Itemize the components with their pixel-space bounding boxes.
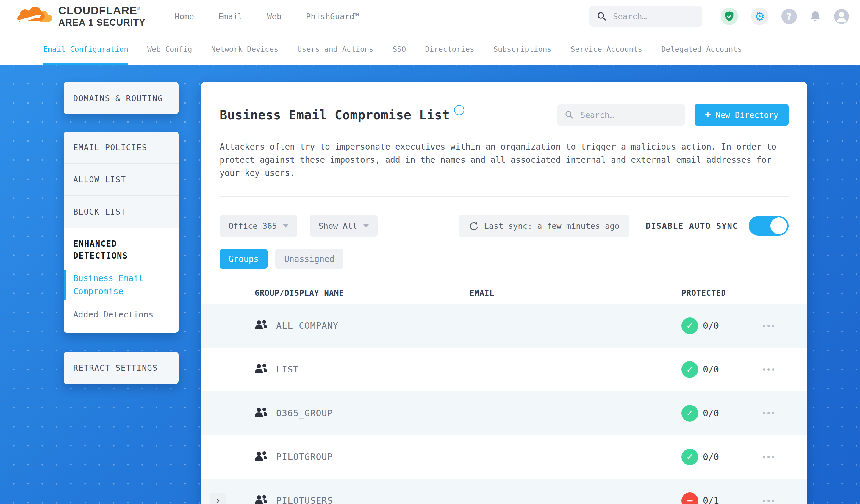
chevron-down-icon xyxy=(283,224,288,228)
sidebar-item-domains-routing[interactable]: DOMAINS & ROUTING xyxy=(64,82,178,114)
business-email-compromise-panel: Business Email Compromise List i Search…… xyxy=(201,82,807,504)
tab-directories[interactable]: Directories xyxy=(425,33,474,66)
global-search-placeholder: Search… xyxy=(613,12,647,21)
cloudflare-logo[interactable]: CLOUDFLARE® AREA 1 SECURITY xyxy=(17,5,145,27)
expand-cell: › xyxy=(210,493,226,504)
group-icon xyxy=(255,451,268,463)
row-menu-button[interactable] xyxy=(760,322,777,330)
tab-web-config[interactable]: Web Config xyxy=(147,33,192,66)
tab-network-devices[interactable]: Network Devices xyxy=(211,33,278,66)
sidebar-item-allow-list[interactable]: ALLOW LIST xyxy=(64,164,178,196)
sidebar-item-added-detections[interactable]: Added Detections xyxy=(64,308,178,321)
header-icon-group: ⚙ ? xyxy=(721,8,849,25)
bell-icon[interactable] xyxy=(810,11,821,22)
column-group-display-name: GROUP/DISPLAY NAME xyxy=(255,289,470,298)
directory-search-input[interactable]: Search… xyxy=(557,104,685,126)
show-filter-dropdown[interactable]: Show All xyxy=(310,215,378,236)
table-row[interactable]: ALL COMPANY ✓ 0/0 xyxy=(201,304,807,347)
table-header-row: GROUP/DISPLAY NAME EMAIL PROTECTED xyxy=(201,282,807,304)
directory-source-dropdown[interactable]: Office 365 xyxy=(220,215,297,236)
auto-sync-toggle[interactable] xyxy=(749,216,789,236)
tab-sso[interactable]: SSO xyxy=(392,33,406,66)
sidebar-item-block-list[interactable]: BLOCK LIST xyxy=(64,196,178,228)
brand-name: CLOUDFLARE xyxy=(58,4,137,17)
last-sync-button[interactable]: Last sync: a few minutes ago xyxy=(459,215,629,237)
sidebar-item-retract-settings[interactable]: RETRACT SETTINGS xyxy=(64,352,178,384)
row-menu-button[interactable] xyxy=(760,365,777,374)
blocked-status-icon: − xyxy=(682,492,698,504)
help-glyph: ? xyxy=(787,11,791,22)
protected-count: 0/0 xyxy=(703,364,719,375)
section-divider xyxy=(220,196,789,197)
protected-count: 0/0 xyxy=(703,408,719,418)
expand-placeholder xyxy=(210,361,226,377)
settings-sidebar: DOMAINS & ROUTING EMAIL POLICIES ALLOW L… xyxy=(64,82,178,384)
protected-status-icon: ✓ xyxy=(682,405,698,421)
row-menu-button[interactable] xyxy=(760,409,777,417)
top-nav-phishguard[interactable]: PhishGuard™ xyxy=(306,12,359,21)
info-icon[interactable]: i xyxy=(454,105,464,115)
tab-email-configuration[interactable]: Email Configuration xyxy=(43,33,128,66)
tab-subscriptions[interactable]: Subscriptions xyxy=(493,33,552,66)
logo-text: CLOUDFLARE® AREA 1 SECURITY xyxy=(58,5,145,27)
gear-icon[interactable]: ⚙ xyxy=(751,8,768,25)
group-name: LIST xyxy=(276,364,470,375)
last-sync-text: Last sync: a few minutes ago xyxy=(484,221,619,231)
sidebar-section-enhanced-detections: ENHANCED DETECTIONS Business Email Compr… xyxy=(64,228,178,333)
protected-status-icon: ✓ xyxy=(682,361,698,378)
group-icon xyxy=(255,407,268,419)
sidebar-item-email-policies[interactable]: EMAIL POLICIES xyxy=(64,131,178,164)
group-name: PILOTGROUP xyxy=(276,452,470,462)
expand-row-button[interactable]: › xyxy=(210,493,226,504)
group-name: O365_GROUP xyxy=(276,408,470,418)
tab-groups[interactable]: Groups xyxy=(220,249,268,269)
top-nav-home[interactable]: Home xyxy=(175,12,194,21)
tab-unassigned[interactable]: Unassigned xyxy=(275,249,343,269)
table-row[interactable]: O365_GROUP ✓ 0/0 xyxy=(201,391,807,435)
chevron-down-icon xyxy=(363,224,369,228)
protected-count: 0/1 xyxy=(703,495,719,504)
cloudflare-cloud-icon xyxy=(17,6,52,26)
table-row[interactable]: LIST ✓ 0/0 xyxy=(201,347,807,391)
sidebar-policies-card: EMAIL POLICIES ALLOW LIST BLOCK LIST ENH… xyxy=(64,131,178,333)
search-icon xyxy=(597,12,606,21)
table-row[interactable]: › PILOTUSERS − 0/1 xyxy=(201,479,807,504)
workspace-background: DOMAINS & ROUTING EMAIL POLICIES ALLOW L… xyxy=(0,66,860,504)
top-nav-email[interactable]: Email xyxy=(218,12,243,21)
top-navigation: Home Email Web PhishGuard™ xyxy=(175,12,359,21)
row-menu-button[interactable] xyxy=(760,496,777,504)
group-name: PILOTUSERS xyxy=(276,495,470,504)
new-directory-label: New Directory xyxy=(716,110,778,120)
sidebar-item-enhanced-detections[interactable]: ENHANCED DETECTIONS xyxy=(64,238,135,262)
tab-delegated-accounts[interactable]: Delegated Accounts xyxy=(661,33,742,66)
help-icon[interactable]: ? xyxy=(782,9,797,24)
top-nav-web[interactable]: Web xyxy=(267,12,282,21)
title-row: Business Email Compromise List i Search…… xyxy=(220,104,789,126)
page-description: Attackers often try to impersonate execu… xyxy=(220,141,789,180)
global-search-input[interactable]: Search… xyxy=(589,6,702,27)
expand-placeholder xyxy=(210,405,226,421)
view-tabs: Groups Unassigned xyxy=(220,249,789,269)
chevron-right-icon: › xyxy=(216,494,220,504)
disable-auto-sync-label: DISABLE AUTO SYNC xyxy=(646,221,738,231)
new-directory-button[interactable]: + New Directory xyxy=(694,104,789,126)
tab-users-and-actions[interactable]: Users and Actions xyxy=(297,33,373,66)
sidebar-item-business-email-compromise[interactable]: Business Email Compromise xyxy=(64,272,178,298)
tab-service-accounts[interactable]: Service Accounts xyxy=(571,33,643,66)
group-icon xyxy=(255,495,268,504)
table-row[interactable]: PILOTGROUP ✓ 0/0 xyxy=(201,435,807,479)
sidebar-item-label: BLOCK LIST xyxy=(73,207,126,216)
sidebar-subitem-label: Business Email Compromise xyxy=(73,273,143,296)
plus-icon: + xyxy=(705,109,711,119)
toggle-knob xyxy=(771,217,787,234)
shield-check-icon[interactable] xyxy=(721,8,738,25)
sidebar-item-label: DOMAINS & ROUTING xyxy=(73,94,163,103)
protected-status-icon: ✓ xyxy=(682,317,698,334)
page-title: Business Email Compromise List xyxy=(220,108,450,122)
sidebar-item-label: EMAIL POLICIES xyxy=(73,143,147,152)
sidebar-subitem-label: Added Detections xyxy=(73,310,154,319)
group-name: ALL COMPANY xyxy=(276,320,470,331)
user-icon[interactable] xyxy=(834,9,849,24)
group-icon xyxy=(255,363,268,375)
row-menu-button[interactable] xyxy=(760,453,777,461)
